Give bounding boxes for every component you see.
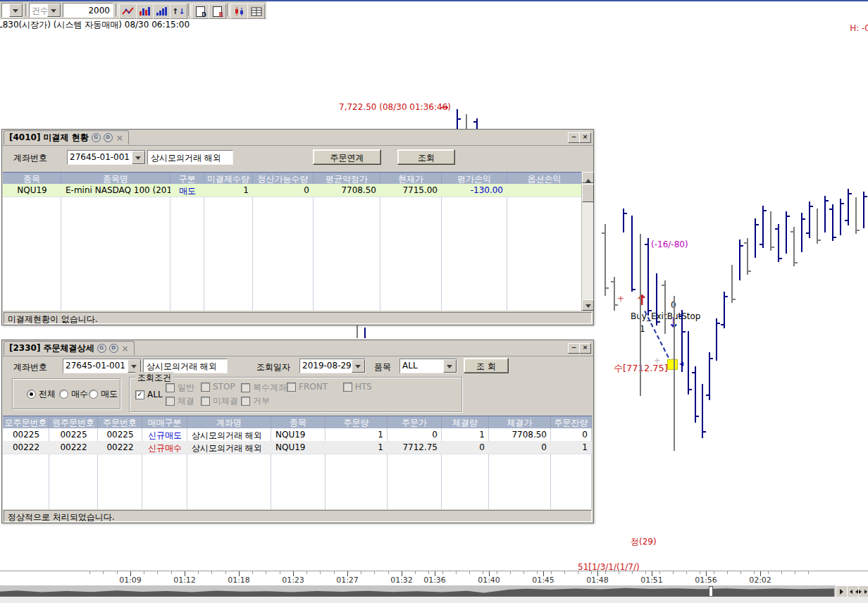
column-header[interactable]: 체결가 [489,416,551,429]
link-icon[interactable]: D [109,344,118,353]
column-header[interactable]: 옵션손익 [507,173,582,185]
axis-minor-tick [280,571,280,574]
radio-side-0[interactable]: 전체 [27,388,56,400]
chart-minimap[interactable] [0,585,868,597]
column-header[interactable]: 평균약정가 [314,173,380,185]
table-cell: 신규매수 [142,441,187,454]
column-header[interactable]: 주문잔량 [551,416,592,429]
ohlc-bar [793,227,795,266]
tab-4010[interactable]: [4010] 미결제 현황 G D × [4,130,129,144]
buy-arrow-icon: ↑ [636,292,648,309]
link-icon[interactable]: G [92,133,101,142]
item-combo[interactable]: ALL [399,359,457,373]
column-header[interactable]: 주문량 [326,416,388,429]
scroll-down-button[interactable] [582,299,594,311]
checkbox-all[interactable]: ✓ALL [135,390,163,399]
table-cell: 7708.50 [489,428,551,441]
scrollbar-thumb[interactable] [582,184,594,202]
grid-line [61,184,61,311]
column-header[interactable]: 평가손익 [442,173,507,185]
column-header[interactable]: 체결량 [442,416,489,429]
account-combo[interactable]: 27645-01-001 [63,359,142,373]
table-cell: 0 [388,428,442,441]
close-tick [740,245,743,247]
checkbox-box [241,397,250,406]
checkbox-box [166,397,175,406]
close-tick [826,200,829,201]
close-tick [833,237,836,238]
ohlc-bar [466,114,467,129]
column-header[interactable]: 모주문번호 [3,416,49,429]
radio-side-2[interactable]: 매도 [89,388,118,400]
axis-minor-tick [523,571,524,574]
checkbox-1: STOP [201,382,235,392]
column-header[interactable]: 원주문번호 [49,416,98,429]
radio-side-1[interactable]: 매수 [59,388,88,400]
table-cell: 00225 [49,428,98,441]
close-button[interactable]: × [579,132,591,143]
checkbox-box [287,383,296,392]
column-header[interactable]: 미결제수량 [204,173,253,185]
table-row[interactable]: 002220022200222신규매수상시모의거래 해외NQU1917712.7… [3,441,592,454]
column-header[interactable]: 종목명 [61,173,170,185]
chevron-down-icon[interactable] [132,151,145,164]
table-row[interactable]: NQU19E-mini NASDAQ 100 (2019.0매도107708.5… [3,184,581,197]
account-combo[interactable]: 27645-01-001 [67,150,146,165]
column-header[interactable]: 청산가능수량 [253,173,314,185]
chevron-down-icon[interactable] [352,359,365,373]
column-header[interactable]: 매매구분 [142,416,187,429]
axis-minor-tick [306,571,307,574]
scroll-right-button[interactable] [836,585,848,597]
tab-close-icon[interactable]: × [116,133,123,143]
scroll-up-button[interactable] [582,172,594,183]
checkbox-label: HTS [355,382,372,392]
column-header[interactable]: 주문번호 [98,416,142,429]
column-header[interactable]: 주문가 [388,416,442,429]
minimap-thumb[interactable] [709,586,713,597]
open-tick [829,209,832,210]
open-tick [662,285,664,286]
time-axis-label: 01:51 [640,576,663,585]
checkbox-box[interactable]: ✓ [135,390,144,399]
column-header[interactable]: 구분 [170,173,204,185]
ohlc-bar [855,197,857,234]
tab-2330[interactable]: [2330] 주문체결상세 G D × [4,341,135,355]
rewind-button[interactable] [847,585,859,597]
time-axis-label: 01:12 [173,576,196,585]
table-cell: 상시모의거래 해외 [187,441,271,454]
axis-minor-tick [510,571,511,574]
link-icon[interactable]: D [104,133,113,142]
checkbox-box [343,383,352,392]
axis-minor-tick [619,571,619,574]
column-header[interactable]: 종목 [271,416,326,429]
axis-minor-tick [727,571,728,574]
close-button[interactable]: × [579,343,591,354]
bottom-edge [0,597,868,603]
table-row[interactable]: 002250022500225신규매도상시모의거래 해외NQU191017708… [3,428,592,442]
chevron-down-icon[interactable] [443,359,457,373]
close-tick [787,216,790,217]
query-button[interactable]: 조회 [397,149,455,165]
date-combo[interactable]: 2019-08-29 [299,359,366,373]
column-header[interactable]: 현재가 [380,173,442,185]
table-scrollbar[interactable] [581,172,593,311]
chevron-down-icon[interactable] [128,359,141,373]
column-header[interactable]: 종목 [3,173,61,185]
minimize-button[interactable]: − [568,343,580,354]
query-button[interactable]: 조 회 [464,358,509,373]
axis-minor-tick [645,571,646,574]
time-axis-label: 01:18 [228,576,250,585]
close-count-annotation: 청(29) [631,536,657,548]
link-icon[interactable]: G [97,344,106,353]
account-label: 계좌번호 [13,361,47,373]
order-link-button[interactable]: 주문연계 [313,149,381,165]
minimize-button[interactable]: − [568,132,580,143]
titlebar-4010[interactable]: [4010] 미결제 현황 G D × − × [2,130,593,146]
axis-minor-tick [537,571,538,574]
titlebar-2330[interactable]: [2330] 주문체결상세 G D × − × [2,340,593,356]
open-tick [744,242,747,244]
tab-close-icon[interactable]: × [122,344,129,354]
column-header[interactable]: 계좌명 [187,416,271,429]
time-axis-label: 01:27 [336,576,359,585]
fast-forward-button[interactable] [858,585,868,597]
